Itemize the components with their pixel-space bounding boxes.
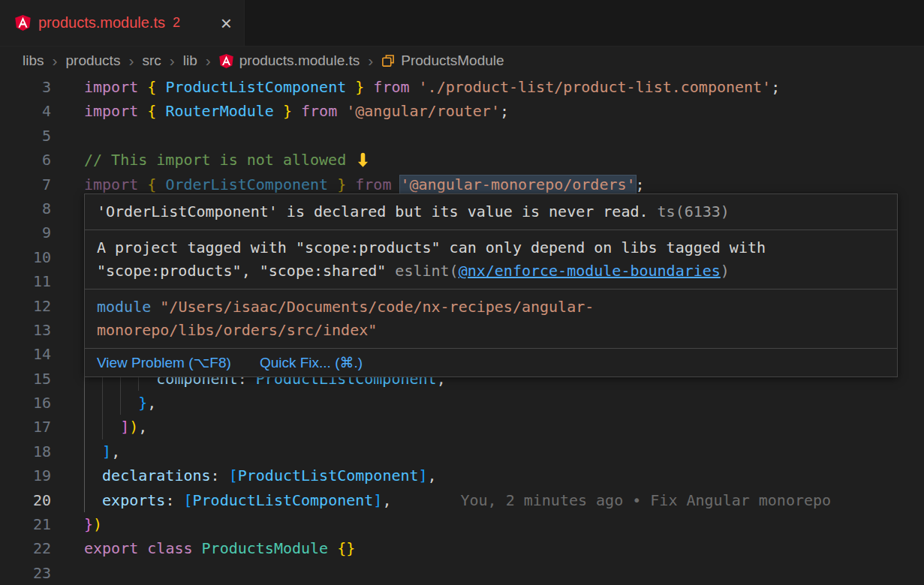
- hover-error-popup: 'OrderListComponent' is declared but its…: [84, 194, 898, 377]
- code-token: './product-list/product-list.component': [419, 78, 772, 96]
- git-blame-annotation: You, 2 minutes ago • Fix Angular monorep…: [460, 491, 831, 509]
- code-token: {: [147, 78, 165, 96]
- chevron-right-icon: ›: [368, 52, 373, 70]
- breadcrumb: libs›products›src›lib›products.module.ts…: [0, 46, 924, 75]
- chevron-right-icon: ›: [128, 52, 134, 70]
- quick-fix-button[interactable]: Quick Fix... (⌘.): [260, 354, 363, 371]
- code-content[interactable]: [72, 561, 924, 585]
- line-number: 22: [0, 536, 72, 560]
- tab-error-count-badge: 2: [173, 15, 180, 31]
- code-line: 23: [0, 561, 924, 585]
- code-content[interactable]: ],: [72, 440, 924, 464]
- code-content[interactable]: import { RouterModule } from '@angular/r…: [72, 99, 924, 123]
- code-token: "scope:products", "scope:shared": [97, 262, 395, 280]
- line-number: 13: [0, 318, 72, 342]
- breadcrumb-label: ProductsModule: [401, 52, 504, 69]
- code-token: [: [183, 491, 192, 509]
- code-token: }: [274, 102, 301, 120]
- code-token: ]: [373, 491, 382, 509]
- line-number: 8: [0, 196, 72, 220]
- code-token: }: [138, 394, 147, 412]
- hover-text-line: 'OrderListComponent' is declared but its…: [97, 200, 885, 224]
- code-token: eslint(: [395, 262, 458, 280]
- breadcrumb-item-libs[interactable]: libs: [23, 52, 44, 69]
- code-token: RouterModule: [165, 102, 274, 120]
- code-token: ProductListComponent: [238, 466, 419, 484]
- code-token: export: [84, 539, 147, 557]
- code-content[interactable]: ]),: [72, 415, 924, 439]
- breadcrumb-item-products[interactable]: products: [66, 52, 121, 69]
- module-boundaries-link[interactable]: @nx/enforce-module-boundaries: [459, 262, 721, 280]
- code-token: import: [84, 78, 147, 96]
- code-token: from: [301, 102, 346, 120]
- indent-guides: [84, 440, 102, 464]
- angular-icon: [15, 15, 31, 31]
- code-content[interactable]: }): [72, 512, 924, 536]
- code-token: ProductListComponent: [165, 78, 346, 96]
- indent-guides: [84, 464, 102, 488]
- breadcrumb-item-symbol[interactable]: ProductsModule: [381, 52, 504, 69]
- code-line: 4import { RouterModule } from '@angular/…: [0, 99, 924, 123]
- code-line: 20exports: [ProductListComponent],You, 2…: [0, 488, 924, 512]
- breadcrumb-label: src: [142, 52, 161, 69]
- code-token: ,: [138, 418, 147, 436]
- breadcrumb-label: products: [66, 52, 121, 69]
- close-icon[interactable]: ×: [221, 14, 232, 33]
- code-line: 17]),: [0, 415, 924, 439]
- code-line: 16},: [0, 391, 924, 415]
- breadcrumb-item-lib[interactable]: lib: [183, 52, 197, 69]
- code-token: module: [97, 298, 160, 316]
- code-line: 18],: [0, 440, 924, 464]
- code-token: ,: [111, 442, 120, 460]
- code-token: ): [93, 515, 102, 533]
- code-line: 21}): [0, 512, 924, 536]
- hover-section-2: A project tagged with "scope:products" c…: [85, 230, 897, 290]
- line-number: 4: [0, 99, 72, 123]
- line-number: 23: [0, 561, 72, 585]
- breadcrumb-item-src[interactable]: src: [142, 52, 161, 69]
- code-content[interactable]: exports: [ProductListComponent],You, 2 m…: [72, 488, 924, 512]
- code-line: 19declarations: [ProductListComponent],: [0, 464, 924, 488]
- hover-section-3: module "/Users/isaac/Documents/code/nx-r…: [85, 290, 897, 349]
- code-content[interactable]: },: [72, 391, 924, 415]
- hover-action-bar: View Problem (⌥F8) Quick Fix... (⌘.): [85, 349, 897, 376]
- code-content[interactable]: export class ProductsModule {}: [72, 536, 924, 560]
- code-line: 3import { ProductListComponent } from '.…: [0, 75, 924, 99]
- code-token: // This import is not allowed: [84, 151, 355, 169]
- code-token: }: [346, 78, 373, 96]
- line-number: 6: [0, 148, 72, 172]
- code-token: ]: [419, 466, 428, 484]
- breadcrumb-label: libs: [23, 52, 44, 69]
- code-token: {}: [337, 539, 355, 557]
- code-content[interactable]: import { ProductListComponent } from './…: [72, 75, 924, 99]
- code-token: import: [84, 176, 147, 194]
- code-token: ]: [102, 442, 111, 460]
- code-token: :: [211, 466, 229, 484]
- code-token: from: [373, 78, 418, 96]
- code-line: 5: [0, 124, 924, 148]
- code-token: class: [147, 539, 201, 557]
- code-token: ts(6133): [649, 202, 730, 220]
- hover-text-line: monorepo/libs/orders/src/index": [97, 319, 885, 342]
- code-token: [: [229, 466, 238, 484]
- code-token: import: [84, 102, 147, 120]
- indent-guides: [84, 391, 138, 415]
- line-number: 5: [0, 124, 72, 148]
- code-content[interactable]: // This import is not allowed: [72, 148, 924, 172]
- code-content[interactable]: [72, 124, 924, 148]
- line-number: 15: [0, 367, 72, 391]
- hover-text-line: "scope:products", "scope:shared" eslint(…: [97, 260, 885, 283]
- line-number: 12: [0, 294, 72, 318]
- line-number: 7: [0, 172, 72, 196]
- code-token: ;: [636, 176, 645, 194]
- code-content[interactable]: declarations: [ProductListComponent],: [72, 464, 924, 488]
- breadcrumb-item-file[interactable]: products.module.ts: [219, 52, 360, 69]
- breadcrumb-label: lib: [183, 52, 197, 69]
- line-number: 21: [0, 512, 72, 536]
- line-number: 18: [0, 440, 72, 464]
- code-token: ,: [428, 466, 437, 484]
- tab-products-module[interactable]: products.module.ts 2 ×: [0, 0, 245, 46]
- line-number: 20: [0, 488, 72, 512]
- view-problem-button[interactable]: View Problem (⌥F8): [97, 354, 231, 371]
- chevron-right-icon: ›: [206, 52, 211, 70]
